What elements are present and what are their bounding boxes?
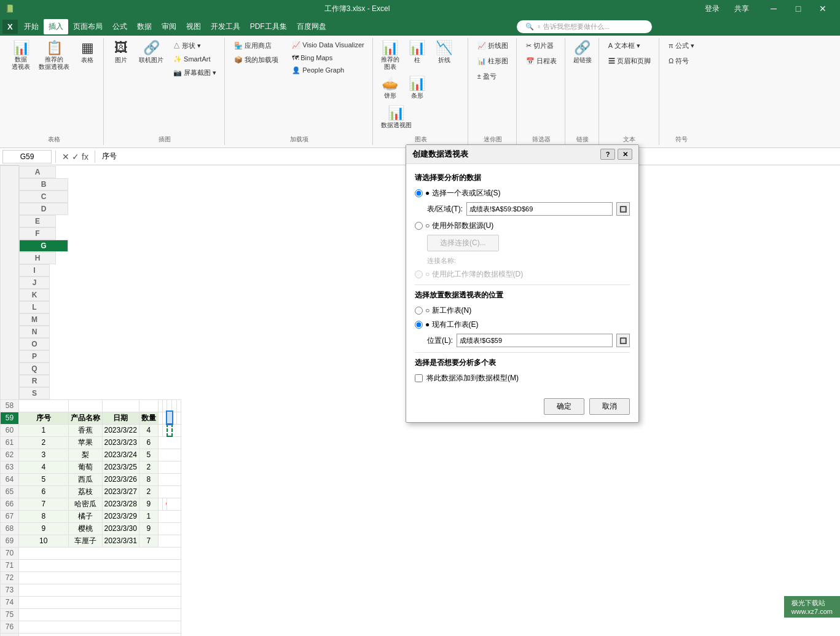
cell-A64[interactable]: 5 xyxy=(19,473,69,485)
cell-D68[interactable]: 9 xyxy=(139,522,158,535)
cell-rest-60[interactable] xyxy=(172,424,181,436)
cell-D67[interactable]: 1 xyxy=(139,510,158,522)
cell-A65[interactable]: 6 xyxy=(19,485,69,498)
symbol-btn[interactable]: Ω 符号 xyxy=(664,55,693,68)
col-header-F[interactable]: F xyxy=(19,227,56,240)
shape-btn[interactable]: △ 形状 ▾ xyxy=(169,39,221,52)
textbox-btn[interactable]: A 文本框 ▾ xyxy=(604,39,645,52)
cell-C61[interactable]: 2023/3/23 xyxy=(102,436,139,449)
line-chart-btn[interactable]: 📉 折线 xyxy=(432,39,457,66)
cell-G59[interactable] xyxy=(167,412,172,424)
cell-rest-65[interactable] xyxy=(158,485,181,498)
radio-new-sheet[interactable]: ○ 新工作表(N) xyxy=(415,305,471,316)
cell-C60[interactable]: 2023/3/22 xyxy=(102,424,139,436)
cell-C64[interactable]: 2023/3/26 xyxy=(102,473,139,485)
row-num-63[interactable]: 63 xyxy=(1,461,19,473)
cell-rest-64[interactable] xyxy=(158,473,181,485)
menu-data[interactable]: 数据 xyxy=(132,19,157,34)
radio-data-model[interactable]: ○ 使用此工作簿的数据模型(D) xyxy=(415,269,523,280)
cell-F58[interactable] xyxy=(162,399,167,412)
cell-B66[interactable]: 哈密瓜 xyxy=(68,498,102,510)
cell-rest-70[interactable] xyxy=(19,547,181,559)
menu-review[interactable]: 审阅 xyxy=(157,19,181,34)
menu-baidu[interactable]: 百度网盘 xyxy=(292,19,331,34)
row-num-74[interactable]: 74 xyxy=(1,596,19,608)
cell-C65[interactable]: 2023/3/27 xyxy=(102,485,139,498)
col-header-R[interactable]: R xyxy=(19,375,50,387)
menu-view[interactable]: 视图 xyxy=(181,19,206,34)
col-header-C[interactable]: C xyxy=(19,190,68,203)
cell-A62[interactable]: 3 xyxy=(19,449,69,461)
col-header-E[interactable]: E xyxy=(19,215,56,227)
menu-formula[interactable]: 公式 xyxy=(108,19,132,34)
bing-maps-btn[interactable]: 🗺 Bing Maps xyxy=(288,52,369,63)
cell-rest-68[interactable] xyxy=(158,522,181,535)
cell-B69[interactable]: 车厘子 xyxy=(68,535,102,547)
row-num-62[interactable]: 62 xyxy=(1,449,19,461)
location-select-btn[interactable]: 🔲 xyxy=(616,334,630,347)
col-header-H[interactable]: H xyxy=(19,252,56,264)
cell-rest-76[interactable] xyxy=(19,621,181,633)
row-num-75[interactable]: 75 xyxy=(1,608,19,621)
dialog-cancel-btn[interactable]: 取消 xyxy=(589,398,630,415)
cell-A59[interactable]: 序号 xyxy=(19,412,69,424)
col-header-J[interactable]: J xyxy=(19,277,50,289)
cell-rest-75[interactable] xyxy=(19,608,181,621)
cell-C68[interactable]: 2023/3/30 xyxy=(102,522,139,535)
cell-rest-67[interactable] xyxy=(158,510,181,522)
dialog-help-btn[interactable]: ? xyxy=(600,149,615,160)
cell-rest-71[interactable] xyxy=(19,559,181,571)
cell-A60[interactable]: 1 xyxy=(19,424,69,436)
col-header-L[interactable]: L xyxy=(19,301,50,313)
col-header-G[interactable]: G xyxy=(19,240,68,252)
cell-E66[interactable] xyxy=(158,498,162,510)
pivot-table-btn[interactable]: 📊 数据透视表 xyxy=(9,39,33,73)
cell-E58[interactable] xyxy=(158,399,162,412)
menu-home[interactable]: 开始 xyxy=(19,19,44,34)
cell-A68[interactable]: 9 xyxy=(19,522,69,535)
login-btn[interactable]: 登录 xyxy=(700,0,724,17)
cell-C66[interactable]: 2023/3/28 xyxy=(102,498,139,510)
menu-pdf[interactable]: PDF工具集 xyxy=(245,19,292,34)
cell-B61[interactable]: 苹果 xyxy=(68,436,102,449)
col-header-K[interactable]: K xyxy=(19,289,50,301)
cell-D59[interactable]: 数量 xyxy=(139,412,158,424)
col-header-P[interactable]: P xyxy=(19,350,50,363)
cell-D62[interactable]: 5 xyxy=(139,449,158,461)
cell-B64[interactable]: 西瓜 xyxy=(68,473,102,485)
pie-chart-btn[interactable]: 🥧 饼形 xyxy=(378,75,402,102)
recommend-chart-btn[interactable]: 📊 推荐的图表 xyxy=(378,39,402,73)
online-picture-btn[interactable]: 🔗 联机图片 xyxy=(136,39,167,66)
confirm-formula-icon[interactable]: ✓ xyxy=(72,152,79,162)
maximize-btn[interactable]: □ xyxy=(786,0,811,17)
sparkline-line-btn[interactable]: 📈 折线图 xyxy=(473,39,512,52)
cell-A63[interactable]: 4 xyxy=(19,461,69,473)
col-header-N[interactable]: N xyxy=(19,326,50,338)
radio-external-source[interactable]: ○ 使用外部数据源(U) xyxy=(415,221,493,231)
cell-A66[interactable]: 7 xyxy=(19,498,69,510)
cell-D69[interactable]: 7 xyxy=(139,535,158,547)
timeline-btn[interactable]: 📅 日程表 xyxy=(522,55,561,68)
cell-F66[interactable]: ➔ xyxy=(162,498,167,510)
cell-rest-63[interactable] xyxy=(158,461,181,473)
cell-D60[interactable]: 4 xyxy=(139,424,158,436)
cancel-formula-icon[interactable]: ✕ xyxy=(62,152,69,162)
row-num-67[interactable]: 67 xyxy=(1,510,19,522)
pivot-chart-btn[interactable]: 📊 数据透视图 xyxy=(378,104,415,132)
cell-rest-58[interactable] xyxy=(176,399,181,412)
screenshot-btn[interactable]: 📷 屏幕截图 ▾ xyxy=(169,66,221,79)
cell-D64[interactable]: 8 xyxy=(139,473,158,485)
cell-A69[interactable]: 10 xyxy=(19,535,69,547)
cell-rest-62[interactable] xyxy=(158,449,181,461)
menu-page-layout[interactable]: 页面布局 xyxy=(68,19,108,34)
bar-chart-btn[interactable]: 📊 条形 xyxy=(405,75,430,102)
col-header-A[interactable]: A xyxy=(19,166,56,178)
cell-rest-69[interactable] xyxy=(158,535,181,547)
radio-select-table[interactable]: ● 选择一个表或区域(S) xyxy=(415,188,501,198)
col-header-B[interactable]: B xyxy=(19,178,68,190)
cell-G58[interactable] xyxy=(167,399,172,412)
cell-H59[interactable] xyxy=(172,412,177,424)
cell-B58[interactable] xyxy=(68,399,102,412)
cell-rest-73[interactable] xyxy=(19,584,181,596)
people-graph-btn[interactable]: 👤 People Graph xyxy=(288,65,369,76)
